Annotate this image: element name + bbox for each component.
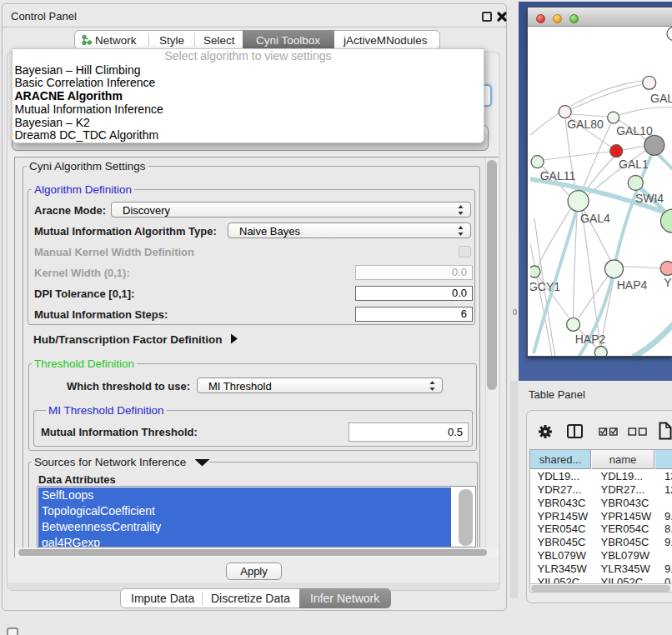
svg-text:GAL11: GAL11: [540, 169, 576, 182]
svg-text:SWI4: SWI4: [635, 192, 664, 205]
svg-text:GAL10: GAL10: [616, 124, 653, 138]
svg-text:HAP2: HAP2: [575, 332, 606, 346]
svg-text:GCY1: GCY1: [530, 280, 560, 293]
svg-text:GAL7: GAL7: [650, 92, 672, 105]
svg-text:GAL1: GAL1: [619, 158, 649, 171]
svg-text:GAL4: GAL4: [580, 212, 610, 225]
svg-text:HAP4: HAP4: [617, 278, 648, 292]
svg-text:Y: Y: [664, 276, 672, 289]
svg-text:GAL80: GAL80: [567, 118, 604, 131]
